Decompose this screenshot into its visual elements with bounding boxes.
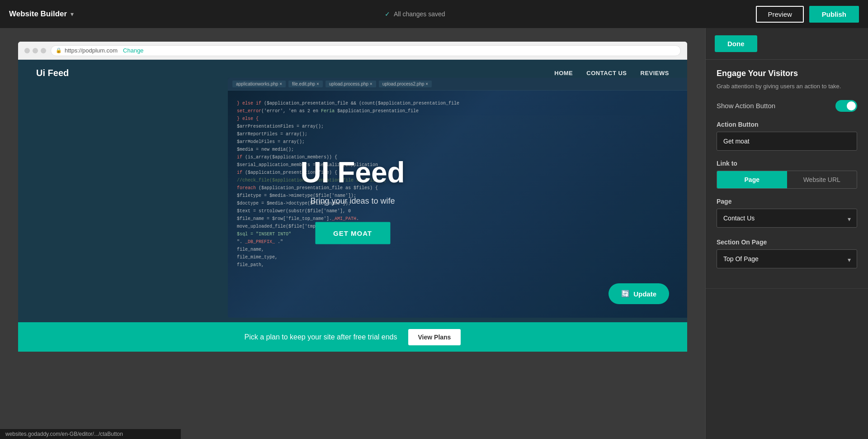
saved-status: ✓ All changes saved [385, 10, 445, 18]
section-on-page-select[interactable]: Top Of Page Bottom Of Page [717, 249, 857, 268]
check-icon: ✓ [385, 10, 390, 18]
view-plans-button[interactable]: View Plans [408, 329, 461, 345]
link-to-toggle: Page Website URL [717, 171, 857, 189]
code-screenshot: applicationworks.php × file.edit.php × u… [228, 78, 687, 318]
publish-button[interactable]: Publish [809, 6, 859, 23]
site-nav: Ui Feed HOME CONTACT US REVIEWS [18, 60, 687, 86]
header: Website Builder ▾ ✓ All changes saved Pr… [0, 0, 868, 28]
url-bar[interactable]: 🔒 https://podplum.com Change [51, 45, 681, 56]
page-select[interactable]: Contact Us Home Reviews [717, 209, 857, 228]
url-text: https://podplum.com [65, 47, 118, 54]
bottom-banner: Pick a plan to keep your site after free… [18, 322, 687, 352]
status-url: websites.godaddy.com/en-GB/editor/.../ct… [5, 431, 123, 437]
chevron-down-icon[interactable]: ▾ [71, 10, 74, 18]
show-action-button-toggle[interactable] [835, 100, 857, 112]
section-select-wrapper: Top Of Page Bottom Of Page ▾ [717, 249, 857, 270]
section-on-page-label: Section On Page [717, 239, 857, 246]
website-preview: applicationworks.php × file.edit.php × u… [18, 60, 687, 322]
main-layout: 🔒 https://podplum.com Change application… [0, 28, 868, 439]
site-nav-links: HOME CONTACT US REVIEWS [554, 70, 669, 76]
browser-dot-yellow [33, 48, 38, 53]
browser-dot-red [24, 48, 30, 53]
code-content: } else if ($application_presentation_fil… [228, 91, 687, 278]
hero-title: UI Feed [300, 156, 405, 189]
browser-dots [24, 48, 46, 53]
nav-link-home[interactable]: HOME [554, 70, 573, 76]
hero-subtitle: Bring your ideas to wife [300, 196, 405, 206]
banner-text: Pick a plan to keep your site after free… [245, 333, 397, 341]
section-title: Engage Your Visitors [717, 69, 857, 78]
saved-label: All changes saved [394, 10, 445, 18]
section-desc: Grab attention by giving users an action… [717, 82, 857, 91]
browser-dot-green [41, 48, 46, 53]
toggle-knob [847, 101, 856, 110]
link-to-label: Link to [717, 160, 857, 167]
done-button[interactable]: Done [715, 35, 757, 52]
panel-engage-section: Engage Your Visitors Grab attention by g… [706, 60, 868, 289]
browser-bar: 🔒 https://podplum.com Change [18, 42, 687, 60]
lock-icon: 🔒 [56, 48, 62, 53]
link-url-button[interactable]: Website URL [787, 171, 857, 188]
link-page-button[interactable]: Page [717, 171, 787, 188]
header-left: Website Builder ▾ [9, 10, 74, 19]
hero-cta-button[interactable]: GET MOAT [315, 222, 390, 244]
action-button-label: Action Button [717, 121, 857, 128]
update-icon: 🔄 [621, 290, 630, 298]
toggle-label: Show Action Button [717, 102, 775, 110]
page-select-wrapper: Contact Us Home Reviews ▾ [717, 209, 857, 229]
toggle-row: Show Action Button [717, 100, 857, 112]
update-label: Update [633, 290, 656, 298]
action-button-input[interactable] [717, 132, 857, 151]
canvas-area: 🔒 https://podplum.com Change application… [0, 28, 705, 439]
app-title: Website Builder [9, 10, 67, 19]
preview-button[interactable]: Preview [756, 6, 803, 23]
update-button[interactable]: 🔄 Update [609, 283, 669, 304]
site-logo: Ui Feed [36, 68, 69, 78]
nav-link-contact[interactable]: CONTACT US [586, 70, 627, 76]
status-bar: websites.godaddy.com/en-GB/editor/.../ct… [0, 429, 181, 439]
change-link[interactable]: Change [123, 47, 144, 54]
browser-chrome: 🔒 https://podplum.com Change application… [18, 42, 687, 352]
header-right: Preview Publish [756, 6, 859, 23]
panel-done-bar: Done [706, 28, 868, 60]
right-panel: Done Engage Your Visitors Grab attention… [705, 28, 868, 439]
page-label: Page [717, 198, 857, 205]
nav-link-reviews[interactable]: REVIEWS [641, 70, 669, 76]
hero-content: UI Feed Bring your ideas to wife GET MOA… [300, 156, 405, 244]
